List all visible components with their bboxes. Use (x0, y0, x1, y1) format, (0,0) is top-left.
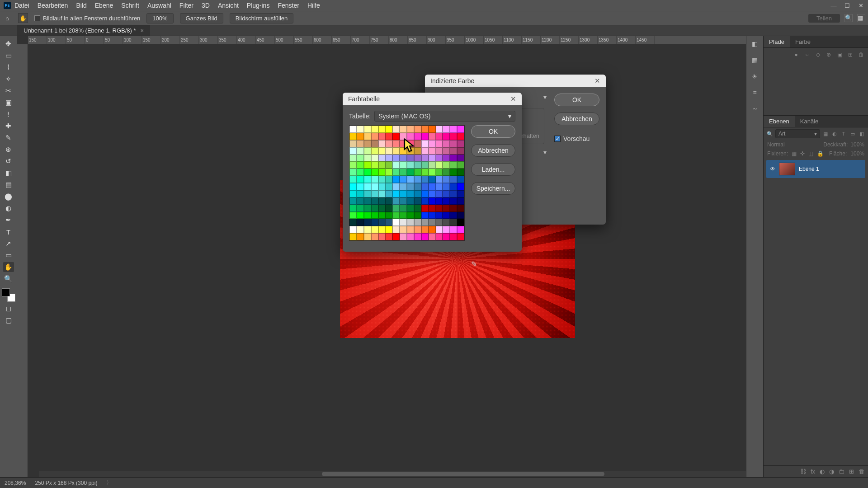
search-icon[interactable]: 🔍 (844, 14, 853, 22)
color-swatch[interactable] (400, 169, 407, 176)
eyedropper-tool-icon[interactable]: ⁞ (3, 109, 14, 119)
color-swatch[interactable] (364, 183, 371, 190)
move-tool-icon[interactable]: ✥ (3, 39, 14, 49)
gradient-tool-icon[interactable]: ▤ (3, 180, 14, 190)
color-swatch[interactable] (378, 219, 386, 226)
color-swatch[interactable] (392, 126, 400, 133)
color-swatch[interactable] (378, 226, 386, 233)
search-icon[interactable]: 🔍 (766, 130, 774, 137)
scrollbar-horizontal[interactable] (39, 471, 746, 477)
color-swatch[interactable] (436, 219, 443, 226)
color-swatch[interactable] (414, 169, 421, 176)
preview-checkbox[interactable] (554, 136, 561, 142)
menu-file[interactable]: Datei (14, 2, 29, 9)
close-tab-icon[interactable]: × (141, 27, 144, 34)
path-new-icon[interactable]: ⊞ (847, 52, 854, 58)
workspace-icon[interactable]: ▦ (857, 14, 865, 22)
hand-tool-icon[interactable]: ✋ (18, 13, 28, 23)
color-swatch[interactable] (457, 155, 464, 162)
menu-window[interactable]: Fenster (278, 2, 299, 9)
color-swatch[interactable] (407, 197, 414, 205)
filter-type-icon[interactable]: T (840, 130, 847, 137)
color-swatch[interactable] (450, 219, 457, 226)
color-swatch[interactable] (414, 176, 421, 183)
color-swatch[interactable] (364, 197, 371, 205)
color-swatch[interactable] (407, 155, 414, 162)
color-swatch[interactable] (407, 226, 414, 233)
color-swatch[interactable] (421, 169, 429, 176)
color-swatch[interactable] (443, 133, 450, 140)
color-swatch[interactable] (443, 126, 450, 133)
color-swatch[interactable] (385, 155, 392, 162)
color-swatch[interactable] (371, 155, 378, 162)
fill-screen-button[interactable]: Bildschirm ausfüllen (230, 13, 294, 23)
filter-smart-icon[interactable]: ◧ (858, 130, 865, 137)
layer-row[interactable]: 👁 Ebene 1 (766, 160, 865, 178)
color-swatch[interactable] (392, 176, 400, 183)
tab-color[interactable]: Farbe (790, 36, 816, 47)
color-swatch[interactable] (357, 133, 364, 140)
color-swatch[interactable] (436, 169, 443, 176)
color-swatch[interactable] (421, 219, 429, 226)
color-swatch[interactable] (443, 155, 450, 162)
color-swatch[interactable] (429, 169, 436, 176)
brush-tool-icon[interactable]: ✎ (3, 133, 14, 143)
lasso-tool-icon[interactable]: ⌇ (3, 62, 14, 72)
color-swatch[interactable] (385, 140, 392, 147)
color-swatch[interactable] (429, 140, 436, 147)
color-swatch[interactable] (414, 161, 421, 169)
color-swatch[interactable] (400, 126, 407, 133)
color-swatch[interactable] (429, 205, 436, 212)
color-swatch[interactable] (443, 197, 450, 205)
color-swatch[interactable] (436, 226, 443, 233)
color-swatch[interactable] (450, 126, 457, 133)
color-swatch[interactable] (407, 140, 414, 147)
color-swatch[interactable] (450, 226, 457, 233)
shape-tool-icon[interactable]: ▭ (3, 250, 14, 260)
color-swatch[interactable] (407, 233, 414, 240)
color-swatch[interactable] (429, 226, 436, 233)
color-swatch[interactable] (400, 212, 407, 219)
color-swatch[interactable] (457, 140, 464, 147)
color-swatch[interactable] (414, 183, 421, 190)
color-swatch[interactable] (414, 140, 421, 147)
color-swatch[interactable] (364, 140, 371, 147)
color-swatch[interactable] (414, 126, 421, 133)
color-swatch[interactable] (443, 140, 450, 147)
color-swatch[interactable] (457, 183, 464, 190)
color-swatch[interactable] (443, 226, 450, 233)
color-swatch[interactable] (349, 169, 357, 176)
heal-tool-icon[interactable]: ✚ (3, 121, 14, 131)
color-swatch[interactable] (392, 233, 400, 240)
menu-type[interactable]: Schrift (121, 2, 139, 9)
adjust-icon[interactable]: ◑ (829, 468, 834, 475)
quickmask-icon[interactable]: ◻ (3, 304, 14, 314)
color-swatch[interactable] (443, 219, 450, 226)
color-swatch[interactable] (414, 219, 421, 226)
color-swatch[interactable] (436, 197, 443, 205)
color-swatch[interactable] (429, 219, 436, 226)
color-swatch[interactable] (450, 197, 457, 205)
lock-pixels-icon[interactable]: ▦ (792, 150, 797, 157)
color-swatch[interactable] (371, 226, 378, 233)
menu-edit[interactable]: Bearbeiten (38, 2, 68, 9)
color-swatch[interactable] (436, 147, 443, 155)
color-swatch[interactable] (407, 190, 414, 197)
color-swatch[interactable] (349, 147, 357, 155)
color-swatch[interactable] (457, 197, 464, 205)
color-swatch[interactable] (357, 219, 364, 226)
color-swatch[interactable] (385, 161, 392, 169)
color-swatch[interactable] (407, 183, 414, 190)
menu-3d[interactable]: 3D (202, 2, 210, 9)
trash-icon[interactable]: 🗑 (859, 468, 864, 475)
new-layer-icon[interactable]: ⊞ (849, 468, 854, 475)
color-swatch[interactable] (436, 161, 443, 169)
color-swatch[interactable] (371, 126, 378, 133)
color-swatch[interactable] (357, 140, 364, 147)
color-swatch[interactable] (421, 205, 429, 212)
color-swatch[interactable] (450, 161, 457, 169)
color-swatch[interactable] (392, 219, 400, 226)
color-swatch[interactable] (407, 126, 414, 133)
colortable-cancel-button[interactable]: Abbrechen (471, 144, 515, 157)
color-swatch[interactable] (378, 155, 386, 162)
